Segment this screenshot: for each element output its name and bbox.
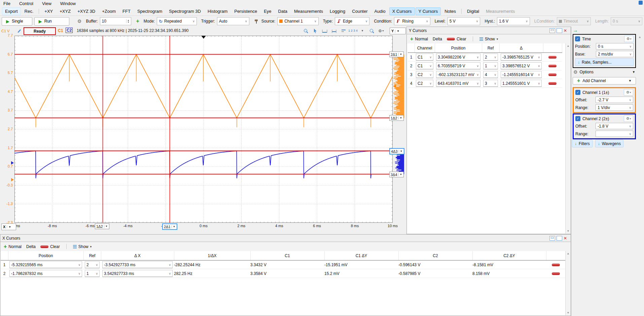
time-position-select[interactable]: 0 s∨ xyxy=(596,43,634,49)
delta-select[interactable]: -3.3985765125 V∨ xyxy=(501,54,542,61)
show-menu-button[interactable]: Show ▾ xyxy=(73,244,92,249)
channel2-badge[interactable]: C2 xyxy=(66,28,73,33)
position-select[interactable]: -5.329215565 ms∨ xyxy=(9,261,82,268)
x-cursor-tag-1[interactable]: 1Δ2▼ xyxy=(95,223,109,229)
tab--xy[interactable]: +XY xyxy=(41,7,56,15)
run-button[interactable]: ▶ Run xyxy=(34,17,69,26)
y-cursors-scrollbar[interactable]: ▲ ▼ xyxy=(565,43,571,234)
rate-samples-button[interactable]: ↓ Rate, Samples... xyxy=(575,58,634,66)
add-delta-cursor-button[interactable]: Delta xyxy=(433,37,442,41)
scroll-up-icon[interactable]: ▲ xyxy=(638,35,641,39)
spinner-arrows-icon[interactable]: ▲▼ xyxy=(126,19,130,23)
add-normal-cursor-button[interactable]: + Normal xyxy=(410,36,428,42)
mode-select[interactable]: ↻ Repeated ∨ xyxy=(157,17,197,25)
add-channel-button[interactable]: + Add Channel ▼ xyxy=(573,77,636,84)
ref-select[interactable]: 1∨ xyxy=(85,270,100,277)
clear-cursors-button[interactable]: Clear xyxy=(40,244,60,249)
dropdown-arrow-icon[interactable]: ▼ xyxy=(359,28,366,34)
options-button[interactable]: ⚙ Options ▼ xyxy=(573,69,635,75)
channel-select[interactable]: C2∨ xyxy=(416,80,433,87)
align-levels-icon[interactable] xyxy=(340,28,347,34)
remove-cursor-button[interactable] xyxy=(548,82,557,85)
tab-histogram[interactable]: Histogram xyxy=(205,7,230,15)
y-cursor-tag-4[interactable]: 3Δ4▼ xyxy=(389,172,404,177)
clear-cursors-button[interactable]: Clear xyxy=(447,37,466,41)
undock-icon[interactable] xyxy=(549,28,555,33)
wavegens-button[interactable]: ↓ Wavegens xyxy=(595,140,623,147)
close-icon[interactable]: ✕ xyxy=(564,236,569,240)
tab-export[interactable]: Export xyxy=(2,7,21,15)
add-delta-cursor-button[interactable]: Delta xyxy=(26,244,36,249)
channel-select[interactable]: C1∨ xyxy=(416,54,433,61)
menu-control[interactable]: Control xyxy=(19,1,33,6)
expand-arrow-icon[interactable]: → xyxy=(573,27,578,33)
type-select[interactable]: Edge ∨ xyxy=(335,17,369,25)
remove-cursor-button[interactable] xyxy=(552,272,560,275)
channel1-checkbox[interactable]: ✓ xyxy=(575,90,580,95)
menu-window[interactable]: Window xyxy=(60,1,76,6)
trigger-select[interactable]: Auto ∨ xyxy=(217,17,249,25)
menu-view[interactable]: View xyxy=(42,1,51,6)
annotation-pen-icon[interactable] xyxy=(17,28,22,33)
remove-cursor-button[interactable] xyxy=(548,65,557,67)
channel2-gear-button[interactable]: ⚙▾ xyxy=(624,115,633,122)
zoom-icon[interactable] xyxy=(302,28,310,34)
lcondition-select[interactable]: Timeout ∨ xyxy=(557,17,591,25)
delta-select[interactable]: -1.2455516014 V∨ xyxy=(501,71,542,78)
position-select[interactable]: 3.304982206 V∨ xyxy=(436,54,480,61)
fit-vertical-icon[interactable] xyxy=(330,28,338,34)
average-plus-icon[interactable]: + xyxy=(136,18,139,24)
source-select[interactable]: Channel 1 ∨ xyxy=(277,17,318,25)
time-checkbox[interactable]: ✓ xyxy=(575,36,580,41)
tab-y-cursors[interactable]: Y Cursors xyxy=(416,7,441,15)
tab-persistence[interactable]: Persistence xyxy=(231,7,260,15)
fit-horizontal-icon[interactable] xyxy=(321,28,328,34)
tab-rec-[interactable]: Rec. xyxy=(22,7,37,15)
tab-spectrogram-3d[interactable]: Spectrogram 3D xyxy=(166,7,204,15)
tab-eye[interactable]: Eye xyxy=(261,7,274,15)
remove-cursor-button[interactable] xyxy=(548,73,557,76)
undock-icon[interactable] xyxy=(549,236,555,241)
y-cursor-tag-3[interactable]: 4Δ3▼ xyxy=(389,148,404,154)
trigger-level-marker[interactable] xyxy=(393,84,396,88)
tab-x-cursors[interactable]: X Cursors xyxy=(389,7,415,15)
position-select[interactable]: 643.4163701 mV∨ xyxy=(436,80,480,87)
tab-spectrogram[interactable]: Spectrogram xyxy=(134,7,165,15)
menu-file[interactable]: File xyxy=(3,1,10,6)
x-axis-button[interactable]: X ▼ xyxy=(1,223,16,230)
filters-button[interactable]: ↓ Filters xyxy=(572,140,593,147)
tab-data[interactable]: Data xyxy=(275,7,290,15)
level-select[interactable]: 5 V ∨ xyxy=(448,17,480,25)
close-icon[interactable]: ✕ xyxy=(564,29,569,33)
magnifier-icon[interactable] xyxy=(368,28,375,34)
scroll-up-icon[interactable]: ▲ xyxy=(567,44,570,47)
x-cursor-tag-2[interactable]: 2Δ1▼ xyxy=(162,223,177,230)
channel-select[interactable]: C2∨ xyxy=(416,71,433,78)
pointer-icon[interactable] xyxy=(312,28,319,34)
ref-select[interactable]: 3∨ xyxy=(483,80,498,87)
time-gear-button[interactable]: ⚙▾ xyxy=(624,36,634,42)
show-menu-button[interactable]: Show ▾ xyxy=(479,37,498,41)
position-select[interactable]: -1.786287832 ms∨ xyxy=(9,270,82,277)
ref-select[interactable]: 4∨ xyxy=(483,71,498,78)
position-select[interactable]: 6.703558719 V∨ xyxy=(436,62,480,69)
channel1-gear-button[interactable]: ⚙▾ xyxy=(624,89,633,96)
channel-select[interactable]: C1∨ xyxy=(416,62,433,69)
waveform-plot[interactable] xyxy=(14,36,405,223)
buffer-spinner[interactable]: 10 ▲▼ xyxy=(100,17,132,25)
tab-digital[interactable]: Digital xyxy=(464,7,482,15)
settings-gear-icon[interactable]: ⚙▼ xyxy=(378,28,385,34)
ch1-zero-marker[interactable] xyxy=(11,178,14,181)
channel2-checkbox[interactable]: ✓ xyxy=(575,116,580,121)
maximize-icon[interactable] xyxy=(557,236,562,241)
hysteresis-select[interactable]: 1.6 V ∨ xyxy=(497,17,530,25)
channel1-badge[interactable]: C1 xyxy=(58,28,63,33)
position-select[interactable]: -602.135231317 mV∨ xyxy=(436,71,480,78)
ref-select[interactable]: 2∨ xyxy=(85,261,100,268)
time-base-select[interactable]: 2 ms/div∨ xyxy=(596,51,634,57)
x-cursors-scrollbar[interactable]: ▲ ▼ xyxy=(565,251,571,315)
delta-x-select[interactable]: 3.542927733 ms∨ xyxy=(102,270,173,277)
channels-1234-icon[interactable]: 1 2 3 4 xyxy=(349,28,357,34)
tab--xyz[interactable]: +XYZ xyxy=(57,7,74,15)
scroll-up-icon[interactable]: ▲ xyxy=(567,252,570,255)
